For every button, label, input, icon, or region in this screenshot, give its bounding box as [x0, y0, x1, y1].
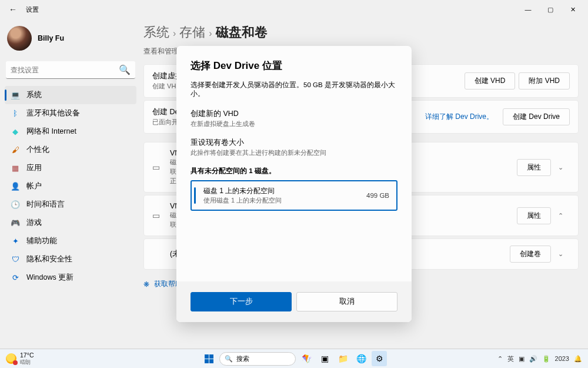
- start-button[interactable]: [201, 351, 216, 366]
- weather-widget[interactable]: 17°C 晴朗: [6, 352, 34, 366]
- taskbar-settings-icon[interactable]: ⚙: [372, 351, 387, 366]
- weather-icon: [6, 353, 16, 364]
- dialog-title: 选择 Dev Drive 位置: [191, 59, 397, 72]
- disk-count-label: 具有未分配空间的 1 磁盘。: [191, 167, 397, 175]
- option-resize-volume[interactable]: 重设现有卷大小 此操作将创建要在其上进行构建的新未分配空间: [191, 138, 397, 157]
- taskbar-edge-icon[interactable]: 🌐: [353, 351, 369, 366]
- tray-lang[interactable]: 英: [507, 354, 514, 363]
- disk-size: 499 GB: [366, 192, 389, 199]
- next-button[interactable]: 下一步: [191, 292, 292, 311]
- modal-overlay: 选择 Dev Drive 位置 选择要创建开发人员驱动器的位置。50 GB 是开…: [0, 0, 588, 368]
- search-icon: 🔍: [225, 355, 233, 363]
- option-new-vhd[interactable]: 创建新的 VHD 在新虚拟硬盘上生成卷: [191, 109, 397, 128]
- tray-volume-icon[interactable]: 🔊: [529, 355, 537, 363]
- tray-battery-icon[interactable]: 🔋: [542, 355, 550, 363]
- tray-chevron-icon[interactable]: ⌃: [497, 355, 503, 363]
- tray-network-icon[interactable]: ▣: [519, 355, 524, 363]
- cancel-button[interactable]: 取消: [296, 292, 397, 311]
- tray-notifications-icon[interactable]: 🔔: [574, 355, 582, 363]
- taskbar-search[interactable]: 🔍搜索: [219, 352, 296, 366]
- disk-selection[interactable]: 磁盘 1 上的未分配空间 使用磁盘 1 上的未分配空间 499 GB: [191, 180, 397, 211]
- taskbar-app-icon[interactable]: 🪁: [299, 351, 314, 366]
- taskbar-taskview-icon[interactable]: ▣: [317, 351, 332, 366]
- tray-clock[interactable]: 2023: [555, 355, 569, 362]
- taskbar-explorer-icon[interactable]: 📁: [335, 351, 350, 366]
- dialog-desc: 选择要创建开发人员驱动器的位置。50 GB 是开发驱动器的最小大小。: [191, 81, 397, 98]
- taskbar[interactable]: 17°C 晴朗 🔍搜索 🪁 ▣ 📁 🌐 ⚙ ⌃ 英 ▣ 🔊 🔋 2023 🔔: [0, 349, 588, 368]
- devdrive-dialog: 选择 Dev Drive 位置 选择要创建开发人员驱动器的位置。50 GB 是开…: [176, 46, 412, 322]
